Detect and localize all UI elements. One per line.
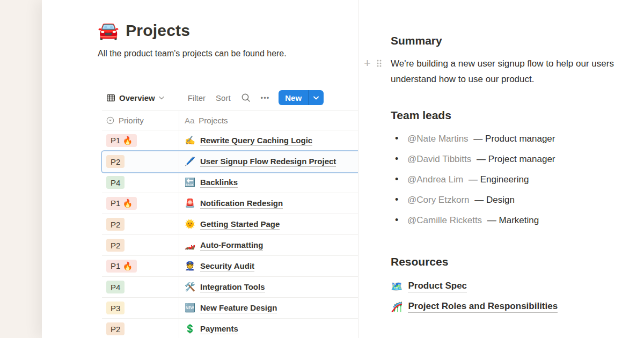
project-emoji-icon: 💲 [185,325,195,333]
project-title-link[interactable]: New Feature Design [200,303,277,313]
table-row[interactable]: P2 🌞 Getting Started Page [102,214,358,235]
resource-link[interactable]: 🗺️ Product Spec [391,276,558,297]
resource-emoji-icon: 🗺️ [391,282,402,291]
project-title-link[interactable]: Auto-Formatting [200,240,263,251]
priority-cell[interactable]: P4 [102,172,179,193]
table-row[interactable]: P2 🏎️ Auto-Formatting [102,235,358,256]
search-icon[interactable] [241,93,251,102]
table-body: P1 🔥 ✍️ Rewrite Query Caching Logic P2 🖊… [102,130,358,338]
table-row[interactable]: P3 🆕 New Feature Design [102,298,358,319]
table-row[interactable]: P4 🛠️ Integration Tools [102,277,358,298]
projects-column-header[interactable]: Aa Projects [179,116,358,125]
add-block-icon[interactable]: + [364,58,371,69]
project-cell[interactable]: 👮 Security Audit [179,256,358,276]
resource-link[interactable]: 🎢 Project Roles and Responsibilities [391,297,558,317]
new-button-label[interactable]: New [279,90,308,105]
project-cell[interactable]: ✍️ Rewrite Query Caching Logic [179,130,358,151]
project-title-link[interactable]: User Signup Flow Redesign Project [200,157,336,167]
priority-cell[interactable]: P2 [102,214,179,234]
project-title-link[interactable]: Getting Started Page [200,219,280,230]
team-leads-list: @Nate Martins — Product manager @David T… [391,133,555,234]
toolbar-actions: Filter Sort ••• New [188,90,324,105]
project-emoji-icon: 🖊️ [185,157,195,166]
chevron-down-icon [159,96,164,100]
view-name: Overview [119,93,155,102]
table-row[interactable]: P4 🔙 Backlinks [102,172,358,193]
team-lead-item: @David Tibbitts — Project manager [391,153,555,165]
database-header: 🚘 Projects All the product team's projec… [98,21,302,60]
priority-badge: P1 🔥 [106,260,137,273]
summary-paragraph[interactable]: We're building a new user signup flow to… [391,56,644,87]
team-lead-item: @Nate Martins — Product manager [391,133,555,145]
priority-cell[interactable]: P2 [102,151,179,172]
project-cell[interactable]: 🌞 Getting Started Page [179,214,358,234]
project-emoji-icon: 🔙 [185,178,195,187]
project-title-link[interactable]: Payments [200,324,238,334]
table-row[interactable]: P1 🔥 ✍️ Rewrite Query Caching Logic [102,130,358,151]
person-mention[interactable]: @Cory Etzkorn [407,195,470,205]
project-cell[interactable]: 🛠️ Integration Tools [179,277,358,297]
priority-cell[interactable]: P2 [102,235,179,255]
table-row[interactable]: P1 🔥 🚨 Notification Redesign [102,193,358,214]
resource-link-label[interactable]: Product Spec [408,281,467,292]
table-row[interactable]: P2 🖊️ User Signup Flow Redesign Project [102,151,358,172]
priority-cell[interactable]: P3 [102,298,179,318]
projects-database-panel: 🚘 Projects All the product team's projec… [42,0,358,338]
person-role: — Project manager [477,154,555,164]
team-lead-item: @Cory Etzkorn — Design [391,194,555,206]
filter-button[interactable]: Filter [188,93,206,102]
priority-badge: P2 [106,239,125,252]
priority-badge: P2 [106,155,125,168]
project-title-link[interactable]: Security Audit [200,261,254,271]
priority-badge: P4 [106,176,125,189]
project-cell[interactable]: 🔙 Backlinks [179,172,358,193]
page-title-row: 🚘 Projects [98,21,302,40]
select-property-icon [106,116,114,124]
database-toolbar: Overview Filter Sort ••• New [102,90,358,106]
priority-cell[interactable]: P1 🔥 [102,130,179,151]
priority-column-header[interactable]: Priority [102,111,179,130]
priority-badge: P4 [106,281,125,293]
priority-cell[interactable]: P2 [102,319,179,338]
project-cell[interactable]: 🖊️ User Signup Flow Redesign Project [179,151,358,172]
team-lead-item: @Camille Ricketts — Marketing [391,214,555,226]
view-switcher[interactable]: Overview [102,93,164,102]
table-row[interactable]: P1 🔥 👮 Security Audit [102,256,358,277]
page-description: All the product team's projects can be f… [98,47,291,60]
project-title-link[interactable]: Rewrite Query Caching Logic [200,136,312,146]
project-cell[interactable]: 💲 Payments [179,319,358,338]
notion-window: 🚘 Projects All the product team's projec… [42,0,644,338]
new-button[interactable]: New [279,90,324,105]
person-mention[interactable]: @David Tibbitts [407,154,471,164]
project-title-link[interactable]: Backlinks [200,178,238,188]
table-row[interactable]: P2 💲 Payments [102,319,358,338]
priority-badge: P1 🔥 [106,134,137,147]
priority-cell[interactable]: P1 🔥 [102,256,179,276]
project-emoji-icon: 🚨 [185,199,195,208]
priority-badge: P1 🔥 [106,197,137,210]
drag-handle-icon[interactable] [376,59,382,68]
table-view-icon [106,93,115,102]
more-options-button[interactable]: ••• [261,94,270,102]
car-emoji-icon: 🚘 [98,22,119,39]
project-cell[interactable]: 🚨 Notification Redesign [179,193,358,214]
priority-badge: P2 [106,218,125,231]
resource-link-label[interactable]: Project Roles and Responsibilities [408,301,558,313]
person-role: — Marketing [487,215,539,225]
sort-button[interactable]: Sort [216,93,231,102]
priority-cell[interactable]: P1 🔥 [102,193,179,214]
new-dropdown-chevron-icon[interactable] [309,90,324,105]
project-emoji-icon: ✍️ [185,136,195,145]
person-mention[interactable]: @Camille Ricketts [407,215,482,225]
project-page-panel: Summary + We're building a new user sign… [358,0,644,338]
title-property-icon: Aa [185,116,194,125]
priority-cell[interactable]: P4 [102,277,179,297]
project-title-link[interactable]: Notification Redesign [200,199,283,209]
project-cell[interactable]: 🆕 New Feature Design [179,298,358,318]
project-title-link[interactable]: Integration Tools [200,282,265,292]
project-cell[interactable]: 🏎️ Auto-Formatting [179,235,358,255]
person-mention[interactable]: @Andrea Lim [407,174,463,185]
page-title: Projects [126,21,190,40]
person-mention[interactable]: @Nate Martins [407,134,469,144]
resource-emoji-icon: 🎢 [391,302,402,312]
